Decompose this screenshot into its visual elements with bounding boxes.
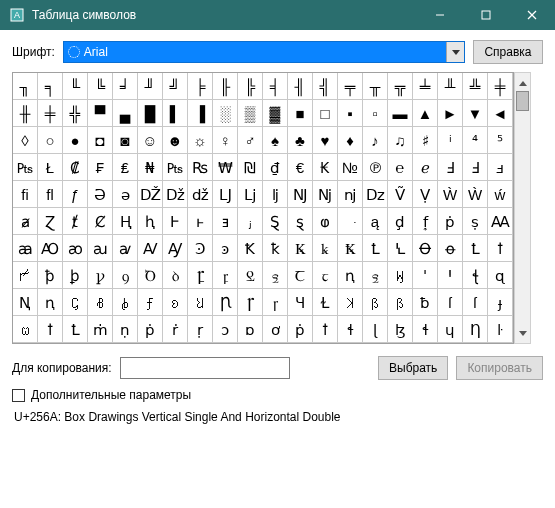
char-cell[interactable]: Ꝡ xyxy=(388,262,413,289)
char-cell[interactable]: Ꝿ xyxy=(238,262,263,289)
char-cell[interactable]: Ẁ xyxy=(438,181,463,208)
select-button[interactable]: Выбрать xyxy=(378,356,448,380)
char-cell[interactable]: ₧ xyxy=(13,154,38,181)
char-cell[interactable]: ꝿ xyxy=(263,262,288,289)
char-cell[interactable]: Ꜳ xyxy=(488,208,513,235)
char-cell[interactable]: ǉ xyxy=(263,181,288,208)
char-cell[interactable]: ƒ xyxy=(63,181,88,208)
char-cell[interactable]: ╞ xyxy=(188,73,213,100)
scroll-up-icon[interactable] xyxy=(515,75,530,91)
char-cell[interactable]: Ⅎ xyxy=(463,154,488,181)
char-cell[interactable]: Ꝉ xyxy=(63,316,88,343)
char-cell[interactable]: ṁ xyxy=(88,316,113,343)
char-cell[interactable]: ♣ xyxy=(288,127,313,154)
char-cell[interactable]: ◙ xyxy=(113,127,138,154)
char-cell[interactable]: ꝩ xyxy=(88,262,113,289)
char-cell[interactable]: ꞵ xyxy=(363,289,388,316)
char-cell[interactable]: ╙ xyxy=(63,73,88,100)
char-cell[interactable]: f͎ xyxy=(413,208,438,235)
char-cell[interactable]: Ꞑ xyxy=(13,289,38,316)
char-cell[interactable]: ╤ xyxy=(338,73,363,100)
char-cell[interactable]: ℮ xyxy=(388,154,413,181)
char-cell[interactable]: ⁴ xyxy=(463,127,488,154)
char-cell[interactable]: ● xyxy=(63,127,88,154)
char-cell[interactable]: ₤ xyxy=(113,154,138,181)
char-cell[interactable]: ╪ xyxy=(38,100,63,127)
char-cell[interactable]: ╨ xyxy=(438,73,463,100)
scrollbar[interactable] xyxy=(514,72,531,344)
char-cell[interactable]: ░ xyxy=(213,100,238,127)
char-cell[interactable]: Ꜹ xyxy=(138,235,163,262)
minimize-button[interactable] xyxy=(417,0,463,30)
char-cell[interactable]: Ꜽ xyxy=(163,235,188,262)
char-cell[interactable]: ▒ xyxy=(238,100,263,127)
char-cell[interactable]: ﬂ xyxy=(38,181,63,208)
char-cell[interactable]: ▬ xyxy=(388,100,413,127)
char-cell[interactable]: ▀ xyxy=(88,100,113,127)
char-cell[interactable]: ɔ xyxy=(213,316,238,343)
char-cell[interactable]: ɥ xyxy=(438,316,463,343)
char-cell[interactable]: Ꝉ xyxy=(463,235,488,262)
font-select[interactable]: Arial xyxy=(63,41,465,63)
char-cell[interactable]: ꝁ xyxy=(263,235,288,262)
char-cell[interactable]: ǆ xyxy=(188,181,213,208)
char-cell[interactable]: Ȼ xyxy=(88,208,113,235)
char-cell[interactable]: ּ xyxy=(338,208,363,235)
char-cell[interactable]: ♦ xyxy=(338,127,363,154)
char-cell[interactable]: ○ xyxy=(38,127,63,154)
char-cell[interactable]: ▓ xyxy=(263,100,288,127)
char-cell[interactable]: Ꝁ xyxy=(238,235,263,262)
char-cell[interactable]: ⱥ xyxy=(13,208,38,235)
char-cell[interactable]: Ɥ xyxy=(288,289,313,316)
char-cell[interactable]: ṇ xyxy=(113,316,138,343)
char-cell[interactable]: ♂ xyxy=(238,127,263,154)
char-cell[interactable]: ⱦ xyxy=(63,208,88,235)
char-cell[interactable]: ǈ xyxy=(238,181,263,208)
char-cell[interactable]: ẃ xyxy=(488,181,513,208)
char-cell[interactable]: ╛ xyxy=(113,73,138,100)
char-cell[interactable]: Ʞ xyxy=(338,289,363,316)
char-cell[interactable]: № xyxy=(338,154,363,181)
char-cell[interactable]: Ȿ xyxy=(263,208,288,235)
char-cell[interactable]: ⱻ xyxy=(213,208,238,235)
char-cell[interactable]: ṗ xyxy=(438,208,463,235)
char-cell[interactable]: Ꝉ xyxy=(363,235,388,262)
char-cell[interactable]: ꜿ xyxy=(213,235,238,262)
char-cell[interactable]: ꝉ xyxy=(313,316,338,343)
char-cell[interactable]: ⅎ xyxy=(488,154,513,181)
char-cell[interactable]: Ꝇ xyxy=(388,235,413,262)
char-cell[interactable]: ꝉ xyxy=(488,235,513,262)
char-cell[interactable]: ꝉ xyxy=(38,316,63,343)
char-cell[interactable]: ╠ xyxy=(238,73,263,100)
char-cell[interactable]: ⱷ xyxy=(313,208,338,235)
char-cell[interactable]: Ꞅ xyxy=(238,289,263,316)
char-cell[interactable]: ꝿ xyxy=(363,262,388,289)
scroll-down-icon[interactable] xyxy=(515,325,530,341)
char-cell[interactable]: ṗ xyxy=(288,316,313,343)
char-cell[interactable]: ♀ xyxy=(213,127,238,154)
char-cell[interactable]: ╧ xyxy=(413,73,438,100)
char-cell[interactable]: ⁵ xyxy=(488,127,513,154)
char-cell[interactable]: Ꞌ xyxy=(438,262,463,289)
copy-input[interactable] xyxy=(120,357,290,379)
char-cell[interactable]: ꝼ xyxy=(213,262,238,289)
char-cell[interactable]: ╡ xyxy=(263,73,288,100)
char-cell[interactable]: Ꝋ xyxy=(413,235,438,262)
char-cell[interactable]: ▄ xyxy=(113,100,138,127)
char-cell[interactable]: ꞅ xyxy=(263,289,288,316)
char-cell[interactable]: ▫ xyxy=(363,100,388,127)
char-cell[interactable]: Ṿ xyxy=(413,181,438,208)
char-cell[interactable]: ꝯ xyxy=(113,262,138,289)
char-cell[interactable]: ṙ xyxy=(163,316,188,343)
chevron-down-icon[interactable] xyxy=(446,42,464,62)
char-cell[interactable]: Ⱨ xyxy=(113,208,138,235)
char-cell[interactable]: ▌ xyxy=(163,100,188,127)
char-cell[interactable]: ơ xyxy=(263,316,288,343)
char-cell[interactable]: ╣ xyxy=(313,73,338,100)
char-cell[interactable]: ꞗ xyxy=(113,289,138,316)
char-cell[interactable]: ╦ xyxy=(388,73,413,100)
char-cell[interactable]: ꞌ xyxy=(413,262,438,289)
char-cell[interactable]: Ꝺ xyxy=(138,262,163,289)
char-cell[interactable]: ₡ xyxy=(63,154,88,181)
char-cell[interactable]: ₩ xyxy=(213,154,238,181)
